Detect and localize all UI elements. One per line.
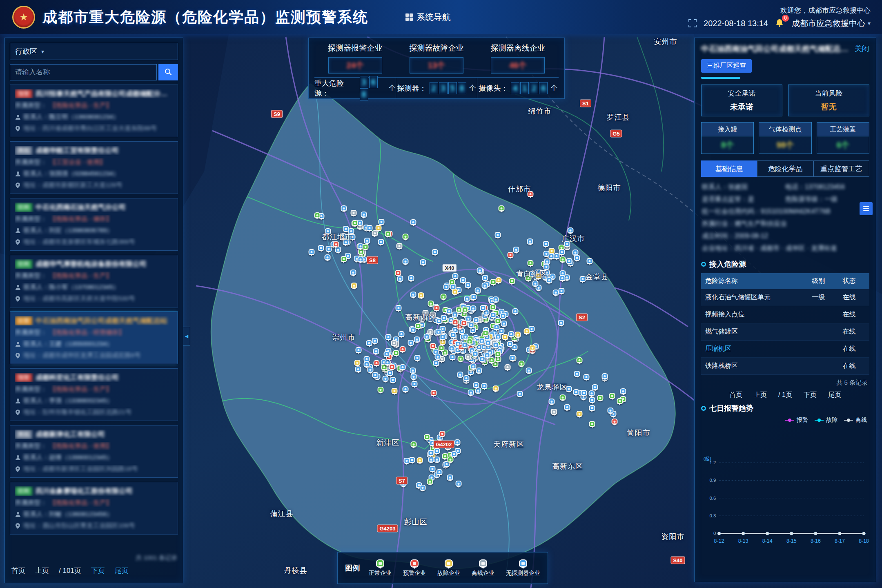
enterprise-marker[interactable] bbox=[454, 439, 461, 445]
last-page-button[interactable]: 尾页 bbox=[115, 566, 129, 575]
enterprise-marker[interactable] bbox=[495, 277, 501, 283]
enterprise-marker[interactable] bbox=[408, 275, 414, 281]
enterprise-marker[interactable] bbox=[527, 238, 533, 245]
enterprise-marker[interactable] bbox=[567, 227, 573, 234]
enterprise-marker[interactable] bbox=[448, 457, 454, 463]
enterprise-marker[interactable] bbox=[490, 312, 497, 318]
enterprise-marker[interactable] bbox=[432, 249, 438, 255]
enterprise-marker[interactable] bbox=[592, 384, 598, 390]
enterprise-marker[interactable] bbox=[402, 386, 408, 392]
close-detail-button[interactable]: 关闭 bbox=[855, 44, 869, 53]
table-settings-button[interactable] bbox=[860, 202, 873, 215]
enterprise-marker[interactable] bbox=[430, 390, 437, 396]
prev-page-button[interactable]: 上页 bbox=[35, 566, 49, 575]
search-input[interactable] bbox=[10, 64, 157, 80]
enterprise-marker[interactable] bbox=[476, 368, 482, 374]
enterprise-marker[interactable] bbox=[620, 388, 626, 394]
enterprise-marker[interactable] bbox=[399, 346, 405, 352]
enterprise-marker[interactable] bbox=[549, 399, 555, 405]
enterprise-marker[interactable] bbox=[495, 232, 501, 238]
enterprise-marker[interactable] bbox=[372, 338, 378, 344]
next-page-button[interactable]: 下页 bbox=[804, 391, 817, 399]
enterprise-marker[interactable] bbox=[564, 404, 570, 410]
enterprise-marker[interactable] bbox=[481, 383, 488, 389]
enterprise-marker[interactable] bbox=[414, 355, 421, 361]
enterprise-marker[interactable] bbox=[439, 334, 445, 340]
enterprise-marker[interactable] bbox=[507, 252, 513, 258]
enterprise-marker[interactable] bbox=[417, 457, 423, 463]
enterprise-marker[interactable] bbox=[439, 431, 445, 437]
enterprise-marker[interactable] bbox=[391, 340, 397, 346]
enterprise-marker[interactable] bbox=[466, 339, 472, 345]
enterprise-marker[interactable] bbox=[484, 352, 490, 359]
legend-item-正常企业[interactable]: 正常企业 bbox=[369, 559, 392, 577]
enterprise-marker[interactable] bbox=[581, 390, 587, 396]
enterprise-marker[interactable] bbox=[577, 357, 583, 363]
enterprise-marker[interactable] bbox=[495, 318, 501, 324]
enterprise-marker[interactable] bbox=[435, 354, 441, 360]
enterprise-marker[interactable] bbox=[396, 243, 402, 249]
enterprise-marker[interactable] bbox=[364, 238, 370, 244]
enterprise-marker[interactable] bbox=[523, 328, 530, 334]
enterprise-marker[interactable] bbox=[574, 255, 580, 261]
enterprise-marker[interactable] bbox=[577, 411, 583, 417]
company-list-item[interactable]: 离线成都新津化工有限公司所属类型：【危险化学品 - 使用】联系人：赵倩（1399… bbox=[10, 425, 178, 478]
enterprise-marker[interactable] bbox=[468, 390, 474, 396]
enterprise-marker[interactable] bbox=[385, 334, 392, 340]
enterprise-marker[interactable] bbox=[452, 289, 458, 295]
enterprise-marker[interactable] bbox=[482, 330, 488, 336]
enterprise-marker[interactable] bbox=[608, 408, 614, 414]
last-page-button[interactable]: 尾页 bbox=[828, 391, 841, 399]
enterprise-marker[interactable] bbox=[510, 355, 516, 361]
enterprise-marker[interactable] bbox=[368, 367, 374, 373]
enterprise-marker[interactable] bbox=[597, 395, 603, 401]
enterprise-marker[interactable] bbox=[609, 393, 615, 399]
enterprise-marker[interactable] bbox=[477, 267, 483, 274]
enterprise-marker[interactable] bbox=[551, 409, 557, 415]
enterprise-marker[interactable] bbox=[452, 273, 459, 279]
enterprise-marker[interactable] bbox=[481, 283, 488, 289]
enterprise-marker[interactable] bbox=[473, 317, 479, 323]
first-page-button[interactable]: 首页 bbox=[11, 566, 25, 575]
enterprise-marker[interactable] bbox=[314, 212, 320, 218]
enterprise-marker[interactable] bbox=[472, 351, 479, 357]
enterprise-marker[interactable] bbox=[402, 258, 408, 265]
enterprise-marker[interactable] bbox=[507, 341, 513, 347]
enterprise-marker[interactable] bbox=[383, 376, 389, 382]
enterprise-marker[interactable] bbox=[357, 256, 363, 263]
enterprise-marker[interactable] bbox=[492, 385, 499, 392]
enterprise-marker[interactable] bbox=[461, 320, 467, 326]
enterprise-marker[interactable] bbox=[363, 361, 370, 368]
company-list-item[interactable]: 在营中石油西南油气田公司成都天然气储配总站所属类型：【危险化学品 - 经营储存】… bbox=[10, 312, 178, 364]
company-list-item[interactable]: 联网中石化西南石油天然气分公司所属类型：【危险化学品 - 储存】联系人：刘宏（1… bbox=[10, 198, 178, 251]
enterprise-marker[interactable] bbox=[410, 219, 416, 225]
enterprise-marker[interactable] bbox=[308, 249, 314, 255]
enterprise-marker[interactable] bbox=[378, 387, 384, 393]
enterprise-marker[interactable] bbox=[434, 305, 440, 311]
company-list-item[interactable]: 联网四川金象赛瑞化工股份有限公司所属类型：【危险化学品 - 生产】联系人：刘敏（… bbox=[10, 482, 178, 535]
legend-item-无探测器企业[interactable]: 无探测器企业 bbox=[506, 559, 540, 577]
enterprise-marker[interactable] bbox=[378, 219, 384, 225]
trend-legend-item[interactable]: 离线 bbox=[844, 416, 867, 424]
enterprise-marker[interactable] bbox=[448, 345, 454, 352]
enterprise-marker[interactable] bbox=[420, 485, 426, 491]
tab-基础信息[interactable]: 基础信息 bbox=[701, 160, 757, 177]
enterprise-marker[interactable] bbox=[409, 457, 415, 463]
first-page-button[interactable]: 首页 bbox=[729, 391, 742, 399]
enterprise-marker[interactable] bbox=[428, 450, 434, 456]
enterprise-marker[interactable] bbox=[512, 308, 519, 314]
enterprise-marker[interactable] bbox=[589, 397, 595, 403]
enterprise-marker[interactable] bbox=[408, 340, 414, 346]
enterprise-marker[interactable] bbox=[500, 313, 506, 319]
enterprise-marker[interactable] bbox=[385, 231, 391, 237]
enterprise-marker[interactable] bbox=[554, 253, 560, 259]
enterprise-marker[interactable] bbox=[351, 210, 357, 216]
enterprise-marker[interactable] bbox=[508, 331, 514, 337]
enterprise-marker[interactable] bbox=[560, 394, 566, 401]
table-row[interactable]: 燃气储罐区在线 bbox=[701, 323, 869, 341]
enterprise-marker[interactable] bbox=[502, 334, 508, 340]
enterprise-marker[interactable] bbox=[482, 275, 488, 281]
enterprise-marker[interactable] bbox=[418, 292, 424, 298]
org-dropdown[interactable]: 成都市应急救援中心 ▾ bbox=[792, 18, 871, 29]
enterprise-marker[interactable] bbox=[350, 270, 356, 276]
